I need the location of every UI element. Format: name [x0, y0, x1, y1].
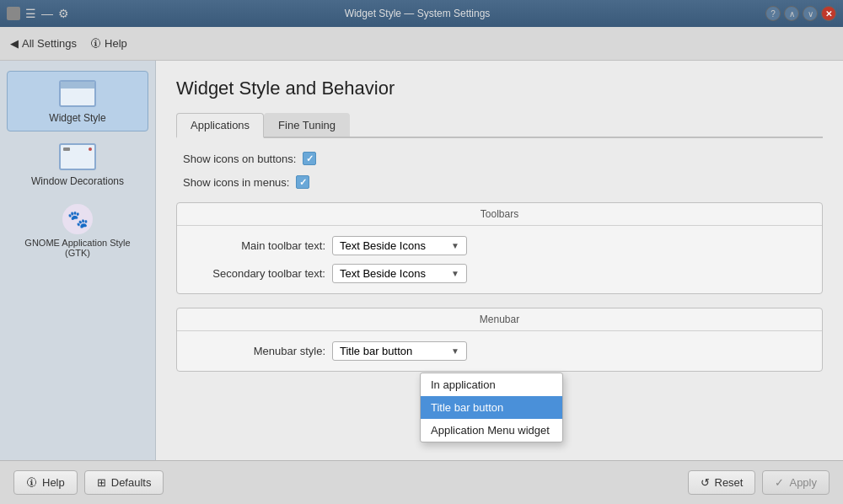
defaults-icon: ⊞: [97, 476, 106, 489]
toolbars-title: Toolbars: [177, 203, 822, 226]
titlebar: ☰ — ⚙ Widget Style — System Settings ? ∧…: [0, 0, 843, 27]
menubar-style-dropdown[interactable]: Title bar button ▼: [332, 341, 467, 361]
secondary-toolbar-label: Secondary toolbar text:: [191, 267, 325, 280]
menubar-style-value: Title bar button: [340, 345, 412, 357]
settings-area: Show icons on buttons: Show icons in men…: [176, 152, 823, 372]
toolbars-content: Main toolbar text: Text Beside Icons ▼ S…: [177, 226, 822, 293]
main-panel: Widget Style and Behavior Applications F…: [156, 61, 843, 460]
menubar-style-label: Menubar style:: [191, 345, 325, 357]
show-icons-menus-row: Show icons in menus:: [176, 175, 823, 189]
widget-style-icon: [57, 78, 98, 109]
tab-fine-tuning[interactable]: Fine Tuning: [264, 113, 350, 137]
gnome-icon: 🐾: [57, 204, 98, 234]
close-button[interactable]: ✕: [821, 6, 836, 21]
menubar-title: Menubar: [177, 308, 822, 331]
bottombar: 🛈 Help ⊞ Defaults ↺ Reset ✓ Apply: [0, 460, 843, 504]
dropdown-option-in-application[interactable]: In application: [421, 373, 562, 396]
reset-button[interactable]: ↺ Reset: [688, 470, 756, 495]
tab-applications[interactable]: Applications: [176, 113, 264, 138]
all-settings-label: All Settings: [22, 37, 77, 50]
apply-label: Apply: [789, 476, 817, 489]
maximize-button[interactable]: ∨: [803, 6, 818, 21]
window-title: Widget Style — System Settings: [69, 8, 765, 19]
app-icon: [7, 7, 20, 20]
menu-icon[interactable]: ☰: [25, 7, 36, 20]
help-button[interactable]: ?: [765, 6, 781, 21]
menubar-section: Menubar Menubar style: Title bar button …: [176, 308, 823, 372]
bottom-right-buttons: ↺ Reset ✓ Apply: [688, 470, 830, 495]
menubar-content: Menubar style: Title bar button ▼: [177, 331, 822, 371]
page-title: Widget Style and Behavior: [176, 78, 823, 99]
help-bottom-button[interactable]: 🛈 Help: [13, 470, 78, 495]
sidebar-item-widget-style[interactable]: Widget Style: [7, 71, 148, 131]
main-window: ◀ All Settings 🛈 Help Widget Style Windo…: [0, 27, 843, 504]
secondary-toolbar-row: Secondary toolbar text: Text Beside Icon…: [191, 264, 808, 283]
show-icons-menus-label: Show icons in menus:: [183, 176, 289, 189]
apply-icon: ✓: [775, 476, 784, 489]
dropdown-option-application-menu-widget[interactable]: Application Menu widget: [421, 419, 562, 442]
show-icons-buttons-row: Show icons on buttons:: [176, 152, 823, 165]
show-icons-buttons-label: Show icons on buttons:: [183, 153, 296, 165]
content-area: Widget Style Window Decorations 🐾 GNOME …: [0, 61, 843, 460]
reset-label: Reset: [715, 476, 744, 489]
main-toolbar-label: Main toolbar text:: [191, 239, 325, 252]
show-icons-menus-checkbox[interactable]: [296, 175, 309, 189]
main-toolbar-dropdown-arrow: ▼: [451, 241, 459, 250]
sidebar: Widget Style Window Decorations 🐾 GNOME …: [0, 61, 156, 460]
secondary-toolbar-dropdown[interactable]: Text Beside Icons ▼: [332, 264, 467, 283]
settings-icon[interactable]: ⚙: [58, 7, 69, 20]
sidebar-item-window-decorations[interactable]: Window Decorations: [7, 135, 148, 194]
defaults-label: Defaults: [111, 476, 152, 489]
sidebar-item-gnome-gtk[interactable]: 🐾 GNOME Application Style (GTK): [7, 197, 148, 265]
gnome-gtk-label: GNOME Application Style (GTK): [12, 238, 143, 258]
help-bottom-icon: 🛈: [26, 476, 37, 489]
help-bottom-label: Help: [42, 476, 65, 489]
help-button-topbar[interactable]: 🛈 Help: [90, 37, 127, 50]
help-label: Help: [105, 37, 127, 50]
dropdown-option-title-bar-button[interactable]: Title bar button: [421, 396, 562, 419]
main-toolbar-value: Text Beside Icons: [340, 239, 426, 252]
titlebar-left: ☰ — ⚙: [7, 7, 69, 20]
defaults-button[interactable]: ⊞ Defaults: [84, 470, 164, 495]
back-button[interactable]: ◀ All Settings: [10, 37, 77, 50]
menubar-style-dropdown-arrow: ▼: [451, 346, 459, 356]
help-icon: 🛈: [90, 37, 101, 50]
topbar: ◀ All Settings 🛈 Help: [0, 27, 843, 61]
tab-bar: Applications Fine Tuning: [176, 113, 823, 138]
bottom-left-buttons: 🛈 Help ⊞ Defaults: [13, 470, 164, 495]
secondary-toolbar-dropdown-arrow: ▼: [451, 269, 459, 278]
show-icons-buttons-checkbox[interactable]: [303, 152, 316, 165]
apply-button[interactable]: ✓ Apply: [762, 470, 830, 495]
window-dec-icon-graphic: [59, 143, 96, 170]
minimize-button[interactable]: ∧: [784, 6, 799, 21]
gnome-icon-graphic: 🐾: [62, 204, 93, 234]
main-toolbar-row: Main toolbar text: Text Beside Icons ▼: [191, 236, 808, 255]
main-toolbar-dropdown[interactable]: Text Beside Icons ▼: [332, 236, 467, 255]
window-dec-label: Window Decorations: [31, 175, 124, 187]
reset-icon: ↺: [701, 476, 710, 489]
widget-style-label: Widget Style: [49, 112, 105, 124]
secondary-toolbar-value: Text Beside Icons: [340, 267, 426, 280]
window-controls: ? ∧ ∨ ✕: [765, 6, 836, 21]
back-arrow-icon: ◀: [10, 37, 19, 50]
window-dec-icon: [57, 142, 98, 172]
menubar-style-row: Menubar style: Title bar button ▼: [191, 341, 808, 361]
dash-icon[interactable]: —: [41, 7, 53, 20]
toolbars-section: Toolbars Main toolbar text: Text Beside …: [176, 202, 823, 294]
menubar-style-dropdown-menu: In application Title bar button Applicat…: [420, 373, 563, 442]
widget-style-icon-graphic: [59, 80, 96, 107]
